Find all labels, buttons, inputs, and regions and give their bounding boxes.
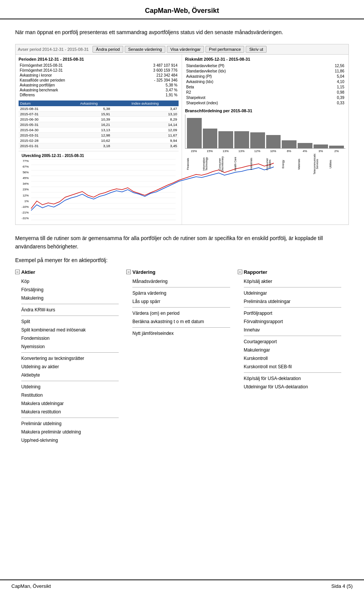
menu-group-title: − Aktier [15, 269, 119, 275]
bar [298, 143, 312, 148]
menu-item[interactable]: Makulering [15, 294, 119, 302]
bar-col [329, 115, 344, 148]
period-row-value: 5,38 % [121, 83, 179, 88]
risk-table: Standardavvikelse (Pf)12,56Standardavvik… [185, 63, 345, 105]
bar-col [298, 115, 312, 148]
risk-value: 0,98 [310, 90, 345, 95]
y-axis: 77%67%56%45%34%23%12%1%-10%-21%-31% [22, 159, 30, 220]
minus-icon: − [15, 270, 20, 274]
bar-col [250, 115, 265, 148]
prel-performance-button[interactable]: Prel performance [206, 46, 244, 53]
menu-item[interactable]: Utdelningar för USA-deklaration [238, 383, 341, 391]
bar [203, 129, 218, 148]
period-row-label: Avkastning benchmark [19, 88, 121, 93]
menu-item[interactable]: Lås upp spärr [126, 297, 230, 306]
menu-item[interactable]: Köp [15, 277, 119, 286]
minus-icon: − [126, 270, 131, 274]
bar-bottom-label: Health Care [234, 154, 249, 174]
show-valuations-button[interactable]: Visa värderingar [167, 46, 204, 53]
period-row: Kassaflöde under perioden- 325 394 346 [19, 78, 179, 83]
menu-divider [21, 304, 119, 304]
toolbar-row: Avser period 2014-12-31 - 2015-08-31 Änd… [16, 44, 348, 55]
menu-item[interactable]: Preliminär utdelning [15, 419, 119, 428]
menu-item[interactable]: Konvertering av teckningsrätter [15, 354, 119, 363]
risk-value: 5,04 [310, 74, 345, 79]
menu-item[interactable]: Försäljning [15, 286, 119, 294]
menu-item[interactable]: Aktiebyte [15, 371, 119, 379]
bar [329, 146, 344, 148]
menu-section: − AktierKöpFörsäljningMakuleringÄndra KR… [15, 269, 349, 444]
bar-pct: 3% [313, 149, 328, 153]
menu-item[interactable]: Fondemission [15, 334, 119, 342]
period-row-label: Förmögenhet 2014-12-31 [19, 68, 121, 73]
chart-section: Utveckling 2005-12-31 - 2015-08-31 77%67… [19, 151, 179, 222]
menu-item[interactable]: Nytt jämförelseindex [126, 329, 230, 338]
risk-label: Sharpekvot (index) [185, 100, 310, 105]
bar-bottom-label: Telecommunications Services [313, 154, 328, 174]
period-row-label: Avkastning portföljen [19, 83, 121, 88]
perf-row: 2015-01-313,183,45 [19, 143, 179, 149]
menu-item[interactable]: Beräkna avkastning t o m ett datum [126, 317, 230, 326]
risk-label: Avkastning (Idx) [185, 79, 310, 84]
risk-value: 11,86 [310, 68, 345, 74]
period-row-value: 1,91 % [121, 93, 179, 97]
bar-col [266, 115, 281, 148]
perf-row: 2015-08-315,383,47 [19, 106, 179, 111]
menu-item[interactable]: Innehav [238, 326, 341, 334]
perf-table: DatumAvkastningIndex-avkastning 2015-08-… [19, 100, 179, 149]
period-section-title: Perioden 2014-12-31 - 2015-08-31 [19, 57, 179, 61]
menu-item[interactable]: Makuleringar [238, 346, 341, 354]
bar-bottom-label: Energy [282, 154, 297, 174]
example-label: Exempel på menyer för en aktieportfölj: [15, 257, 349, 263]
menu-item[interactable]: Förvaltningsrapport [238, 317, 341, 326]
menu-item[interactable]: Restitution [15, 391, 119, 399]
menu-item[interactable]: Spärra värdering [126, 289, 230, 297]
latest-valuation-button[interactable]: Senaste värdering [125, 46, 165, 53]
dashboard-panel: Avser period 2014-12-31 - 2015-08-31 Änd… [15, 44, 349, 225]
menu-item[interactable]: Courtagerapport [238, 338, 341, 346]
menu-item[interactable]: Portföljrapport [238, 309, 341, 317]
menu-item[interactable]: Makulera preliminär utdelning [15, 428, 119, 436]
intro-text: När man öppnat en portfölj presenteras e… [15, 28, 349, 36]
bar-col [282, 115, 297, 148]
bar-bottom-label: Consumer Discretionary [218, 154, 233, 174]
menu-item[interactable]: Kurskontroll mot SEB-fil [238, 363, 341, 371]
menu-item[interactable]: Köp/sälj aktier [238, 277, 341, 286]
menu-item[interactable]: Split kombinerad med inlösenak [15, 326, 119, 334]
menu-divider [244, 287, 341, 287]
menu-item[interactable]: Preliminära utdelningar [238, 297, 341, 306]
menu-item[interactable]: Makulera utdelningar [15, 399, 119, 408]
menu-item[interactable]: Utdelningar [238, 289, 341, 297]
left-panel: Perioden 2014-12-31 - 2015-08-31 Förmöge… [16, 55, 182, 225]
change-period-button[interactable]: Ändra period [93, 46, 123, 53]
bar [266, 135, 281, 148]
bar-bottom-label: Information Technology [202, 154, 217, 174]
menu-item[interactable]: Utdelning [15, 383, 119, 391]
bar-col [218, 115, 233, 148]
bar-pct: 6% [282, 149, 297, 153]
menu-item[interactable]: Kurskontroll [238, 354, 341, 363]
menu-item[interactable]: Split [15, 317, 119, 326]
risk-label: R2 [185, 90, 310, 95]
risk-value: 0,39 [310, 95, 345, 100]
menu-item[interactable]: Köp/sälj för USA-deklaration [238, 374, 341, 383]
menu-item[interactable]: Makulera restitution [15, 408, 119, 416]
menu-item[interactable]: Ändra KRW-kurs [15, 306, 119, 314]
menu-item[interactable]: Utdelning av aktier [15, 363, 119, 371]
period-row-label: Differens [19, 93, 121, 97]
middle-text: Menyerna till de rutiner som är gemensam… [15, 234, 349, 251]
period-row: Avkastning portföljen5,38 % [19, 83, 179, 88]
dashboard-inner: Perioden 2014-12-31 - 2015-08-31 Förmöge… [16, 55, 348, 225]
period-row-value: 212 342 484 [121, 73, 179, 78]
menu-item[interactable]: Värdera (om) en period [126, 309, 230, 317]
bar-bottom-label: Consumer Staples [266, 154, 281, 174]
print-button[interactable]: Skriv ut [246, 46, 267, 53]
menu-item[interactable]: Upp/ned-skrivning [15, 436, 119, 444]
menu-item[interactable]: Månadsvärdering [126, 277, 230, 286]
risk-label: Avkastning (Pf) [185, 74, 310, 79]
perf-row: 2015-05-3116,2114,14 [19, 122, 179, 127]
period-row: Förmögenhet 2014-12-313 600 159 776 [19, 68, 179, 73]
risk-label: Sharpekvot [185, 95, 310, 100]
perf-row: 2015-04-3013,1312,09 [19, 127, 179, 133]
menu-item[interactable]: Nyemission [15, 342, 119, 351]
